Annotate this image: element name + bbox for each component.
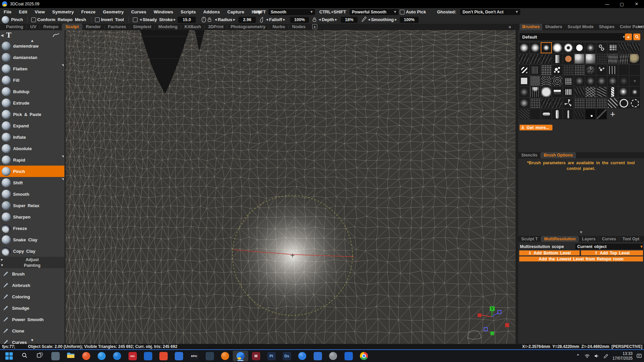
sidebar-item-sharpen[interactable]: Sharpen [0, 211, 64, 223]
depth-spinner[interactable]: ◀ Depth ▶ [319, 17, 337, 22]
sidebar-item-airbrush[interactable]: Airbrush [0, 280, 64, 291]
taskbar-icon-file-explorer[interactable] [63, 351, 78, 361]
brush-cell-speckle-faint[interactable] [596, 54, 607, 64]
mouse-icon[interactable] [202, 17, 206, 22]
brush-cell-speckle[interactable] [574, 65, 585, 75]
room-tab-retopo[interactable]: Retopo [40, 23, 62, 30]
sidebar-item-buildup[interactable]: Buildup [0, 86, 64, 97]
brush-cell-planet[interactable] [630, 54, 640, 64]
scope-select[interactable]: Current object [575, 244, 643, 249]
brush-cell-noise[interactable] [530, 76, 540, 86]
text-filter-icon[interactable]: T [6, 31, 11, 40]
brush-cell-branch[interactable] [541, 98, 551, 108]
brush-cell-lines-v[interactable] [530, 65, 540, 75]
tab-tool-opt[interactable]: Tool Opt [620, 236, 642, 242]
brush-cell-dot-dark[interactable] [585, 109, 596, 119]
brush-cell-wheel[interactable] [563, 98, 574, 108]
brush-cell-dotted-ring[interactable] [630, 98, 640, 108]
sidebar-item-super-relax[interactable]: Super Relax [0, 200, 64, 211]
taskbar-icon-browser-orange[interactable] [78, 351, 94, 361]
tab-layers[interactable]: Layers [579, 236, 598, 242]
add-top-level-button[interactable]: ⇧ Add Top Level [581, 250, 643, 255]
room-tab-uv[interactable]: UV [27, 23, 40, 30]
collapse-left-icon[interactable]: ◀ [1, 33, 3, 38]
menu-windows[interactable]: Windows [150, 9, 177, 14]
brush-cell-button[interactable] [630, 65, 640, 75]
arrow-left-icon[interactable]: ◀ [368, 18, 370, 21]
sidebar-item-smooth[interactable]: Smooth [0, 188, 64, 200]
room-tab-photogrammetry[interactable]: Photogrammetry [227, 23, 269, 30]
brush-cell-knot-small[interactable] [630, 87, 640, 97]
brush-cell-halftone[interactable] [530, 98, 540, 108]
sidebar-item-pinch[interactable]: Pinch [0, 166, 64, 177]
invert-tool-checkbox[interactable] [95, 17, 100, 22]
brush-cell-soft[interactable] [530, 43, 540, 53]
taskbar-icon-browser-fox[interactable] [217, 351, 233, 361]
brush-cell-capsule-h[interactable] [541, 109, 551, 119]
sidebar-item-damianstan[interactable]: damianstan [0, 52, 64, 63]
brush-cell-soft-big[interactable] [552, 43, 562, 53]
brush-cell-branch[interactable] [552, 98, 562, 108]
clock[interactable]: 13:33 17/07/2025 [612, 351, 633, 361]
falloff-value[interactable]: 100% [290, 17, 309, 23]
add-lowest-level-button[interactable]: Add the Lowest Level from Retopo room [519, 256, 643, 261]
brush-cell-stripes-d[interactable] [607, 98, 618, 108]
brush-cell-scales[interactable] [541, 76, 551, 86]
brush-cell-gear[interactable] [619, 98, 629, 108]
arrow-right-icon[interactable]: ▶ [335, 18, 337, 21]
brush-cell-speckle-sq[interactable] [585, 98, 596, 108]
add-brush-button[interactable]: + [625, 34, 632, 40]
taskbar-icon-app-maroon-m[interactable]: M [248, 351, 264, 361]
menu-scripts[interactable]: Scripts [177, 9, 200, 14]
panel-tab-sculpt-mode[interactable]: Sculpt Mode [565, 24, 596, 30]
taskbar-icon-app-blue-1[interactable] [94, 351, 109, 361]
arrow-right-icon[interactable]: ▶ [233, 18, 235, 21]
menu-capture[interactable]: Capture [224, 9, 248, 14]
brush-cell-scribble[interactable] [585, 87, 596, 97]
taskbar-icon-3dcoat[interactable] [233, 351, 248, 361]
auto-pick-checkbox[interactable] [400, 10, 405, 14]
brush-cell-branch[interactable] [530, 54, 540, 64]
taskbar-icon-app-blue-2[interactable] [109, 351, 125, 361]
brush-cell-pin[interactable] [563, 109, 574, 119]
radius-value[interactable]: 2.96 [238, 17, 256, 23]
pen-pressure-icon[interactable] [259, 16, 264, 23]
brush-cell-bricks[interactable] [607, 43, 618, 53]
taskbar-icon-app-blue-5[interactable] [310, 351, 325, 361]
room-tab-3dprint[interactable]: 3DPrint [205, 23, 227, 30]
panel-tab-shapes[interactable]: Shapes [596, 24, 617, 30]
sidebar-item-expand[interactable]: Expand [0, 120, 64, 131]
brush-cell-stripes-v[interactable] [563, 87, 574, 97]
add-bottom-level-button[interactable]: ⇩ Add Bottom Level [519, 250, 580, 255]
panel-collapse-icon[interactable]: ▼ [580, 231, 582, 234]
sidebar-item-extrude[interactable]: Extrude [0, 97, 64, 109]
menu-edit[interactable]: Edit [15, 9, 31, 14]
pen-pressure-icon[interactable] [361, 16, 367, 22]
smoothing-spinner[interactable]: ◀ Smoothing ▶ [368, 17, 397, 22]
conform-retopo-checkbox[interactable] [31, 17, 36, 22]
brush-cell-drips[interactable] [530, 87, 540, 97]
brush-cell-dots[interactable] [541, 65, 551, 75]
lock-icon[interactable] [208, 17, 211, 22]
room-tab-painting[interactable]: Painting [3, 23, 26, 30]
add-room-button[interactable]: + [312, 24, 317, 29]
menu-view[interactable]: View [31, 9, 49, 14]
brush-cell-fuzz[interactable] [519, 98, 529, 108]
arrow-left-icon[interactable]: ◀ [215, 18, 217, 21]
section-header-painting[interactable]: ▼Painting [0, 262, 64, 268]
brush-cell-diamond[interactable] [619, 65, 629, 75]
sidebar-item-coloring[interactable]: Coloring [0, 291, 64, 302]
brush-cell-square[interactable] [519, 76, 529, 86]
section-header-adjust[interactable]: ▶Adjust [0, 257, 64, 262]
brush-cell-ring[interactable] [563, 43, 574, 53]
ctrl-shift-brush-select[interactable]: Powerful Smooth▼ [350, 9, 398, 15]
get-more-button[interactable]: Get more... [520, 125, 552, 130]
brush-cell-scratch[interactable] [574, 87, 585, 97]
brush-cell-dots-faint[interactable] [563, 65, 574, 75]
volume-icon[interactable] [594, 354, 600, 358]
sidebar-item-brush[interactable]: Brush [0, 268, 64, 280]
brush-cell-scratch[interactable] [619, 43, 629, 53]
brush-cell-mottle[interactable] [585, 43, 596, 53]
taskbar-icon-task-view[interactable] [32, 351, 48, 361]
brush-cell-blot[interactable] [596, 76, 607, 86]
